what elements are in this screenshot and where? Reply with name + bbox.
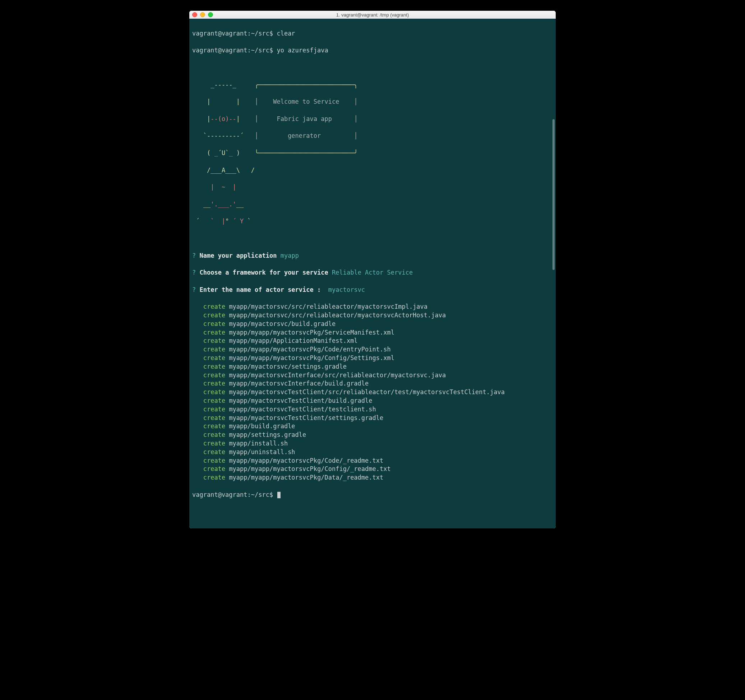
terminal-window: 1. vagrant@vagrant: /tmp (vagrant) vagra… [189, 11, 556, 528]
create-label: create [203, 312, 225, 319]
ascii-art: | [192, 115, 211, 122]
ascii-art [192, 184, 211, 191]
file-path: myapp/myactorsvcInterface/src/reliableac… [225, 372, 446, 379]
titlebar[interactable]: 1. vagrant@vagrant: /tmp (vagrant) [189, 11, 556, 19]
cursor-icon [277, 492, 281, 498]
file-path: myapp/myapp/myactorsvcPkg/ServiceManifes… [225, 329, 394, 336]
file-path: myapp/myapp/myactorsvcPkg/Code/entryPoin… [225, 346, 391, 353]
create-line: create myapp/settings.gradle [192, 431, 553, 439]
file-path: myapp/myactorsvcTestClient/src/reliablea… [225, 388, 505, 396]
question-label: Name your application [200, 252, 277, 259]
ascii-art [192, 149, 207, 157]
create-line: create myapp/myactorsvcTestClient/build.… [192, 397, 553, 405]
file-path: myapp/myactorsvc/src/reliableactor/myact… [225, 312, 446, 319]
ascii-art: generator [258, 132, 354, 139]
ascii-art: Fabric java app [258, 115, 354, 122]
file-path: myapp/myapp/myactorsvcPkg/Code/_readme.t… [225, 457, 383, 464]
traffic-lights [192, 12, 213, 17]
ascii-art: │ [354, 132, 358, 139]
create-line: create myapp/myactorsvc/settings.gradle [192, 363, 553, 371]
ascii-art: ´ [192, 218, 211, 225]
ascii-art: | | [192, 98, 255, 105]
ascii-art: ° [225, 218, 232, 225]
create-line: create myapp/myactorsvcTestClient/src/re… [192, 388, 553, 397]
create-line: create myapp/myapp/myactorsvcPkg/Config/… [192, 465, 553, 473]
file-path: myapp/myactorsvc/settings.gradle [225, 363, 347, 370]
create-label: create [203, 320, 225, 327]
create-line: create myapp/myactorsvcTestClient/testcl… [192, 405, 553, 414]
create-line: create myapp/myactorsvc/build.gradle [192, 320, 553, 328]
ascii-art: `---------´ [192, 132, 255, 139]
answer-framework: Reliable Actor Service [332, 269, 413, 276]
close-icon[interactable] [192, 12, 197, 17]
answer-actor-service: myactorsvc [328, 286, 365, 293]
ascii-art: --(o)-- [211, 115, 236, 122]
file-path: myapp/myapp/myactorsvcPkg/Config/Setting… [225, 354, 394, 361]
minimize-icon[interactable] [200, 12, 205, 17]
create-label: create [203, 440, 225, 447]
ascii-art: ╰──────────────────────────╯ [240, 149, 358, 157]
scrollbar[interactable] [552, 119, 555, 270]
file-path: myapp/myapp/ApplicationManifest.xml [225, 337, 358, 344]
file-path: myapp/myactorsvcTestClient/settings.grad… [225, 414, 383, 421]
question-mark-icon: ? [192, 269, 196, 276]
prompt: vagrant@vagrant:~/src$ [192, 491, 273, 498]
created-files-list: create myapp/myactorsvc/src/reliableacto… [192, 303, 553, 482]
create-label: create [203, 380, 225, 387]
ascii-art: _ [229, 149, 232, 157]
zoom-icon[interactable] [208, 12, 213, 17]
create-label: create [203, 372, 225, 379]
ascii-art: │ [255, 115, 258, 122]
file-path: myapp/myactorsvcTestClient/build.gradle [225, 397, 372, 404]
create-line: create myapp/myactorsvc/src/reliableacto… [192, 311, 553, 320]
file-path: myapp/settings.gradle [225, 431, 306, 438]
create-label: create [203, 422, 225, 430]
create-line: create myapp/myactorsvc/src/reliableacto… [192, 303, 553, 311]
create-label: create [203, 474, 225, 481]
ascii-art: | ~ | [211, 184, 236, 191]
create-label: create [203, 431, 225, 438]
file-path: myapp/myactorsvc/src/reliableactor/myact… [225, 303, 428, 310]
file-path: myapp/myapp/myactorsvcPkg/Config/_readme… [225, 465, 391, 472]
question-label: Enter the name of actor service : [200, 286, 321, 293]
create-line: create myapp/build.gradle [192, 422, 553, 431]
ascii-art: _-----_ ╭──────────────────────────╮ [192, 81, 553, 90]
create-label: create [203, 363, 225, 370]
create-label: create [203, 414, 225, 421]
prompt: vagrant@vagrant:~/src$ [192, 30, 273, 37]
ascii-art: '.___.' [211, 201, 236, 208]
terminal-body[interactable]: vagrant@vagrant:~/src$ clear vagrant@vag… [189, 19, 556, 528]
window-title: 1. vagrant@vagrant: /tmp (vagrant) [189, 12, 556, 18]
create-line: create myapp/install.sh [192, 439, 553, 448]
ascii-art: __ [192, 201, 211, 208]
question-mark-icon: ? [192, 252, 196, 259]
create-label: create [203, 388, 225, 396]
ascii-art: │ [354, 98, 358, 105]
create-label: create [203, 354, 225, 361]
ascii-art: __ [236, 201, 244, 208]
command-yo: yo azuresfjava [277, 47, 328, 54]
file-path: myapp/myactorsvcInterface/build.gradle [225, 380, 368, 387]
file-path: myapp/myactorsvcTestClient/testclient.sh [225, 406, 376, 413]
ascii-art: | [236, 115, 255, 122]
create-label: create [203, 406, 225, 413]
ascii-art: ´U` [218, 149, 229, 157]
create-label: create [203, 465, 225, 472]
question-label: Choose a framework for your service [200, 269, 328, 276]
create-label: create [203, 346, 225, 353]
create-line: create myapp/myapp/myactorsvcPkg/Data/_r… [192, 473, 553, 482]
ascii-art: ´ Y [233, 218, 244, 225]
ascii-art: ` [244, 218, 251, 225]
ascii-art: ) [233, 149, 240, 157]
file-path: myapp/build.gradle [225, 422, 295, 430]
create-label: create [203, 337, 225, 344]
create-label: create [203, 329, 225, 336]
ascii-art: ( [207, 149, 214, 157]
create-line: create myapp/myactorsvcInterface/build.g… [192, 379, 553, 388]
ascii-art: Welcome to Service [258, 98, 354, 105]
answer-app-name: myapp [281, 252, 299, 259]
create-line: create myapp/myapp/myactorsvcPkg/Service… [192, 328, 553, 337]
file-path: myapp/myactorsvc/build.gradle [225, 320, 335, 327]
ascii-art: ` | [211, 218, 225, 225]
ascii-art: │ [255, 132, 258, 139]
